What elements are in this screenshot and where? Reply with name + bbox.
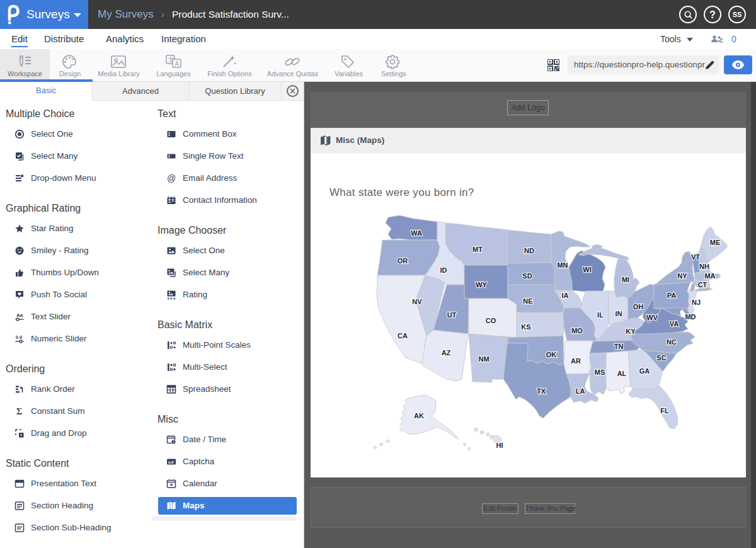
svg-text:CA: CA (398, 332, 408, 340)
svg-text:NJ: NJ (692, 299, 701, 306)
svg-text:SC: SC (656, 354, 666, 362)
svg-text:KS: KS (521, 323, 530, 331)
svg-text:AZ: AZ (442, 349, 451, 357)
svg-text:MN: MN (557, 261, 568, 269)
svg-text:NY: NY (677, 272, 687, 280)
svg-text:VA: VA (670, 320, 679, 328)
svg-text:Aa: Aa (16, 312, 23, 318)
svg-text:OK: OK (546, 351, 557, 358)
svg-text:MS: MS (595, 368, 605, 376)
svg-text:SD: SD (522, 272, 532, 280)
svg-text:MA: MA (704, 272, 715, 280)
svg-text:UT: UT (447, 311, 457, 319)
svg-text:NM: NM (478, 355, 489, 363)
svg-text:NV: NV (412, 298, 422, 305)
svg-text:AL: AL (617, 370, 627, 377)
svg-text:CT: CT (698, 281, 707, 288)
svg-text:MT: MT (472, 246, 483, 253)
svg-text:IN: IN (616, 310, 622, 317)
svg-text:A: A (175, 60, 179, 67)
svg-text:OR: OR (398, 257, 408, 265)
svg-text:GA: GA (639, 367, 650, 375)
svg-text:MD: MD (685, 313, 696, 321)
svg-text:CO: CO (486, 317, 496, 324)
svg-text:NC: NC (667, 338, 677, 346)
svg-text:OH: OH (633, 303, 644, 311)
svg-text:NH: NH (699, 263, 709, 270)
svg-text:FL: FL (660, 407, 669, 414)
svg-text:MO: MO (571, 327, 583, 334)
svg-text:HI: HI (496, 442, 503, 449)
svg-text:WV: WV (646, 314, 658, 321)
svg-text:TX: TX (537, 387, 546, 395)
svg-text:WY: WY (476, 281, 487, 288)
svg-text:0-9: 0-9 (16, 335, 22, 340)
svg-text:KY: KY (626, 328, 636, 335)
svg-text:LA: LA (576, 387, 585, 395)
svg-text:PA: PA (667, 292, 677, 299)
svg-text:@: @ (167, 173, 176, 183)
svg-text:AK: AK (414, 412, 424, 420)
svg-text:ME: ME (710, 239, 721, 246)
svg-text:ND: ND (524, 247, 534, 254)
svg-text:ic8: ic8 (168, 460, 174, 465)
svg-text:WI: WI (583, 266, 591, 273)
svg-text:Σ: Σ (16, 407, 22, 416)
svg-text:IA: IA (562, 292, 569, 299)
svg-text:AR: AR (571, 357, 581, 365)
svg-text:WA: WA (411, 229, 422, 237)
svg-text:IL: IL (597, 311, 604, 319)
svg-text:MI: MI (622, 276, 629, 283)
svg-text:ID: ID (440, 266, 447, 274)
svg-text:VT: VT (691, 253, 700, 261)
svg-text:NE: NE (523, 297, 532, 305)
svg-text:TN: TN (614, 343, 624, 350)
